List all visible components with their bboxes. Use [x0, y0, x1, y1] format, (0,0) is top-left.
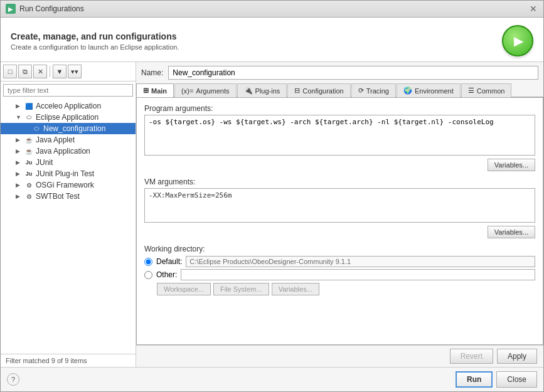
- title-bar-left: ▶ Run Configurations: [6, 4, 84, 14]
- dir-buttons: Workspace... File System... Variables...: [144, 283, 535, 295]
- run-circle-button[interactable]: [502, 25, 533, 56]
- filter-input[interactable]: [3, 84, 133, 97]
- name-label: Name:: [141, 68, 163, 77]
- expand-arrow: ▼: [16, 114, 22, 120]
- main-body: □ ⧉ ✕ ▼ ▾▾ ▶ 🟦 Acceleo Application ▼ ⬭ E…: [1, 62, 543, 367]
- name-row: Name:: [136, 62, 543, 83]
- environment-tab-icon: 🌍: [403, 87, 412, 95]
- java-app-icon: ☕: [24, 147, 33, 156]
- plugins-tab-icon: 🔌: [244, 87, 253, 95]
- tab-common[interactable]: ☰ Common: [461, 83, 512, 97]
- revert-button[interactable]: Revert: [450, 349, 493, 364]
- delete-config-button[interactable]: ✕: [33, 65, 47, 78]
- tree-item-eclipse[interactable]: ▼ ⬭ Eclipse Application: [1, 112, 136, 123]
- tree-item-new-config[interactable]: ⬭ New_configuration: [1, 123, 136, 134]
- osgi-icon: ⚙: [24, 181, 33, 189]
- apply-button[interactable]: Apply: [497, 349, 537, 364]
- run-button[interactable]: Run: [456, 371, 493, 388]
- variables-button-1[interactable]: Variables...: [488, 159, 535, 171]
- workspace-button[interactable]: Workspace...: [157, 283, 211, 295]
- tab-environment[interactable]: 🌍 Environment: [397, 83, 461, 97]
- default-radio[interactable]: [144, 258, 152, 266]
- junit-plugin-icon: Ju: [24, 169, 33, 178]
- tree-item-java-app[interactable]: ▶ ☕ Java Application: [1, 146, 136, 157]
- tree-item-osgi[interactable]: ▶ ⚙ OSGi Framework: [1, 179, 136, 191]
- duplicate-config-button[interactable]: ⧉: [18, 65, 32, 78]
- tree-item-label: Eclipse Application: [36, 113, 99, 122]
- other-dir-input[interactable]: [181, 269, 535, 280]
- header-subtitle: Create a configuration to launch an Ecli…: [11, 43, 179, 51]
- tab-plugins-label: Plug-ins: [255, 87, 280, 95]
- tab-arguments-label: Arguments: [196, 87, 229, 95]
- program-args-wrapper: [144, 115, 535, 157]
- bottom-right: Run Close: [456, 371, 537, 388]
- filter-status: Filter matched 9 of 9 items: [1, 354, 136, 367]
- expand-arrow: ▶: [16, 159, 22, 166]
- header-text: Create, manage, and run configurations C…: [11, 31, 179, 51]
- tab-plugins[interactable]: 🔌 Plug-ins: [237, 83, 287, 97]
- variables-button-3[interactable]: Variables...: [272, 283, 319, 295]
- tree-item-junit[interactable]: ▶ Ju JUnit: [1, 157, 136, 168]
- left-panel: □ ⧉ ✕ ▼ ▾▾ ▶ 🟦 Acceleo Application ▼ ⬭ E…: [1, 62, 136, 367]
- program-args-textarea[interactable]: [144, 115, 535, 156]
- configuration-tab-icon: ⊟: [294, 87, 300, 95]
- tab-arguments[interactable]: (x)= Arguments: [174, 83, 236, 97]
- eclipse-icon: ⬭: [24, 113, 33, 122]
- close-button[interactable]: Close: [496, 371, 537, 388]
- vm-args-label: VM arguments:: [144, 177, 535, 186]
- tab-main[interactable]: ⊞ Main: [136, 83, 174, 97]
- header-title: Create, manage, and run configurations: [11, 31, 179, 41]
- tab-configuration[interactable]: ⊟ Configuration: [287, 83, 350, 97]
- tree-item-label: New_configuration: [43, 124, 105, 133]
- help-icon[interactable]: ?: [7, 373, 19, 386]
- collapse-button[interactable]: ▾▾: [68, 65, 82, 78]
- name-input[interactable]: [168, 66, 538, 80]
- close-icon[interactable]: ✕: [528, 4, 538, 14]
- vm-args-wrapper: [144, 188, 535, 225]
- tree-item-swtbot[interactable]: ▶ ⚙ SWTBot Test: [1, 191, 136, 202]
- tree-item-java-applet[interactable]: ▶ ☕ Java Applet: [1, 134, 136, 146]
- tab-tracing[interactable]: ⟳ Tracing: [351, 83, 396, 97]
- default-label: Default:: [156, 257, 182, 266]
- junit-icon: Ju: [24, 158, 33, 167]
- new-config-icon: ⬭: [32, 124, 41, 133]
- variables-btn-row-1: Variables...: [144, 159, 535, 171]
- tree-item-acceleo[interactable]: ▶ 🟦 Acceleo Application: [1, 100, 136, 112]
- tree-item-label: Java Application: [36, 147, 90, 156]
- tab-environment-label: Environment: [415, 87, 454, 95]
- filter-button[interactable]: ▼: [53, 65, 67, 78]
- expand-arrow: ▶: [16, 137, 22, 143]
- new-config-button[interactable]: □: [3, 65, 17, 78]
- arguments-tab-icon: (x)=: [181, 87, 193, 95]
- main-tab-icon: ⊞: [143, 87, 149, 95]
- tab-configuration-label: Configuration: [302, 87, 343, 95]
- toolbar-separator: [50, 66, 50, 77]
- action-buttons-row: Revert Apply: [136, 345, 543, 367]
- vm-args-section: VM arguments: Variables...: [144, 177, 535, 238]
- tracing-tab-icon: ⟳: [358, 87, 364, 95]
- left-toolbar: □ ⧉ ✕ ▼ ▾▾: [1, 62, 136, 82]
- default-radio-row: Default:: [144, 256, 535, 267]
- expand-arrow: ▶: [16, 193, 22, 199]
- working-dir-section: Working directory: Default: Other: Works…: [144, 245, 535, 295]
- tree-item-label: JUnit Plug-in Test: [36, 169, 94, 178]
- java-applet-icon: ☕: [24, 135, 33, 144]
- vm-args-textarea[interactable]: [144, 188, 535, 223]
- dialog-title: Run Configurations: [19, 4, 84, 13]
- tab-common-label: Common: [477, 87, 505, 95]
- default-dir-input: [186, 256, 535, 267]
- other-radio-row: Other:: [144, 269, 535, 280]
- working-dir-label: Working directory:: [144, 245, 535, 253]
- right-panel: Name: ⊞ Main (x)= Arguments 🔌 Plug-ins ⊟: [136, 62, 543, 367]
- tree-item-label: OSGi Framework: [36, 181, 94, 189]
- expand-arrow: ▶: [16, 148, 22, 154]
- variables-button-2[interactable]: Variables...: [488, 226, 535, 238]
- expand-arrow: ▶: [16, 171, 22, 177]
- tree-item-junit-plugin[interactable]: ▶ Ju JUnit Plug-in Test: [1, 168, 136, 179]
- swtbot-icon: ⚙: [24, 192, 33, 201]
- tree-area: ▶ 🟦 Acceleo Application ▼ ⬭ Eclipse Appl…: [1, 99, 136, 354]
- other-radio[interactable]: [144, 271, 152, 279]
- dialog-icon: ▶: [6, 4, 16, 14]
- filesystem-button[interactable]: File System...: [213, 283, 269, 295]
- tabs-row: ⊞ Main (x)= Arguments 🔌 Plug-ins ⊟ Confi…: [136, 83, 543, 97]
